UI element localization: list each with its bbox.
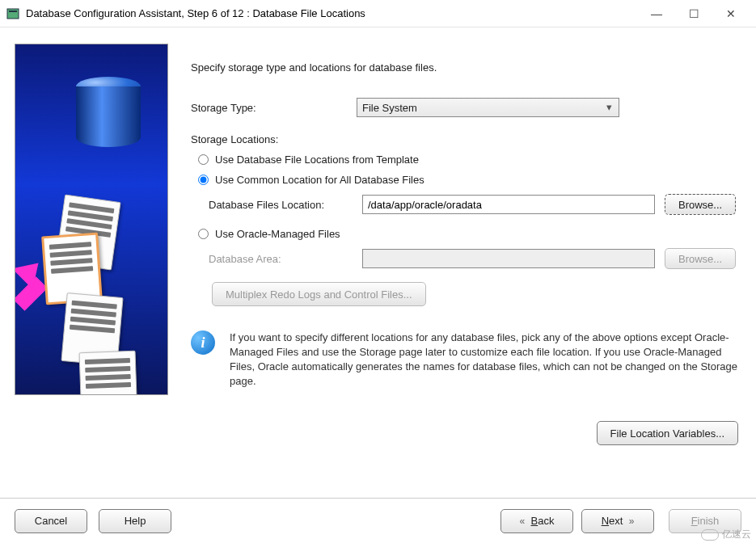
storage-type-select[interactable]: File System ▾ [357, 98, 619, 117]
radio-common-label: Use Common Location for All Database Fil… [215, 174, 424, 186]
radio-common-row[interactable]: Use Common Location for All Database Fil… [195, 174, 741, 186]
radio-omf-label: Use Oracle-Managed Files [215, 228, 340, 240]
db-files-location-input[interactable] [362, 195, 655, 214]
window-title: Database Configuration Assistant, Step 6… [26, 7, 638, 19]
radio-common[interactable] [198, 175, 209, 185]
db-area-input [362, 249, 655, 268]
db-area-label: Database Area: [209, 253, 362, 265]
svg-rect-0 [7, 9, 19, 19]
info-row: i If you want to specify different locat… [191, 330, 741, 389]
radio-omf-row[interactable]: Use Oracle-Managed Files [195, 228, 741, 240]
titlebar: Database Configuration Assistant, Step 6… [0, 0, 756, 27]
multiplex-button: Multiplex Redo Logs and Control Files... [212, 282, 426, 306]
chevron-down-icon: ▾ [602, 102, 615, 115]
info-text: If you want to specify different locatio… [230, 330, 741, 389]
close-button[interactable]: ✕ [712, 0, 750, 27]
storage-locations-label: Storage Locations: [191, 133, 357, 145]
main-panel: Specify storage type and locations for d… [191, 44, 741, 445]
watermark-text: 亿速云 [722, 528, 751, 541]
watermark: 亿速云 [701, 528, 751, 541]
cancel-button[interactable]: Cancel [15, 509, 87, 533]
info-icon: i [191, 330, 215, 355]
browse-db-area-button: Browse... [665, 248, 736, 269]
help-button[interactable]: Help [99, 509, 171, 533]
back-button[interactable]: « Back [500, 509, 573, 533]
finish-label-rest: inish [698, 515, 720, 527]
file-location-variables-button[interactable]: File Location Variables... [597, 421, 738, 445]
db-area-row: Database Area: Browse... [191, 248, 741, 269]
storage-type-label: Storage Type: [191, 102, 357, 114]
radio-omf[interactable] [198, 229, 209, 239]
back-arrow-icon: « [520, 516, 526, 527]
footer: Cancel Help « Back Next » Finish [0, 498, 756, 543]
storage-type-value: File System [362, 102, 417, 114]
page-heading: Specify storage type and locations for d… [191, 61, 741, 74]
radio-template[interactable] [198, 154, 209, 165]
storage-type-row: Storage Type: File System ▾ [191, 98, 741, 117]
file-location-variables-row: File Location Variables... [191, 421, 741, 445]
back-label-rest: ack [538, 515, 554, 527]
db-files-location-label: Database Files Location: [209, 199, 362, 211]
radio-template-row[interactable]: Use Database File Locations from Templat… [195, 154, 741, 166]
watermark-icon [701, 529, 719, 541]
db-files-location-row: Database Files Location: Browse... [191, 194, 741, 215]
content-area: Specify storage type and locations for d… [0, 27, 756, 453]
app-icon [6, 7, 19, 20]
radio-template-label: Use Database File Locations from Templat… [215, 154, 419, 166]
next-label-rest: ext [609, 515, 623, 527]
storage-locations-label-row: Storage Locations: [191, 133, 741, 145]
svg-rect-1 [9, 11, 17, 12]
minimize-button[interactable]: — [638, 0, 675, 27]
wizard-illustration [15, 44, 168, 395]
next-button[interactable]: Next » [581, 509, 654, 533]
maximize-button[interactable]: ☐ [675, 0, 712, 27]
next-arrow-icon: » [629, 516, 635, 527]
browse-db-files-button[interactable]: Browse... [665, 194, 736, 215]
